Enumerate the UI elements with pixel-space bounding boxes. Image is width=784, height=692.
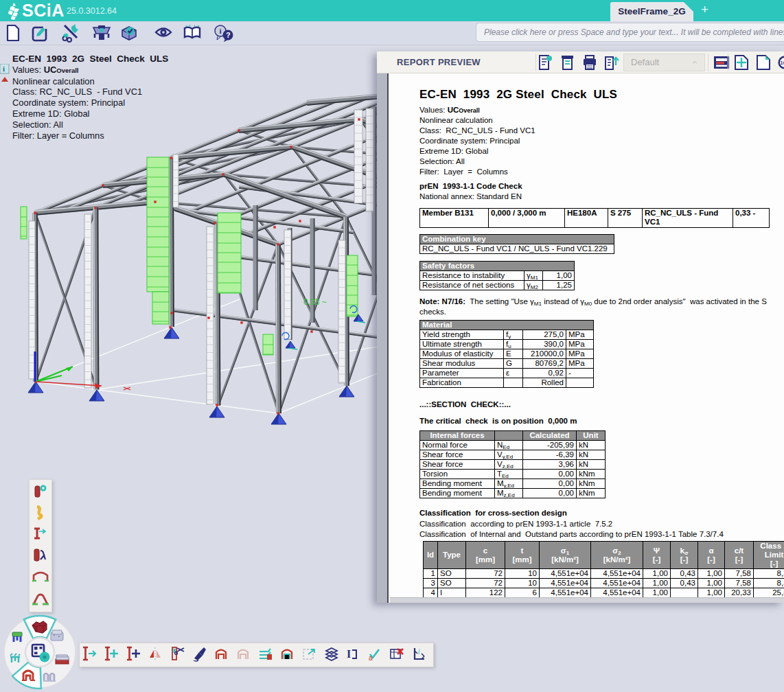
svg-text:i: i [418,648,420,656]
svg-text:?: ? [226,31,231,39]
svg-text:100: 100 [781,60,784,66]
svg-text:a: a [369,654,373,662]
svg-text:I: I [347,648,351,660]
svg-text:0,33 ~: 0,33 ~ [303,297,327,307]
svg-text:i: i [3,65,5,73]
svg-text:i: i [220,27,222,35]
